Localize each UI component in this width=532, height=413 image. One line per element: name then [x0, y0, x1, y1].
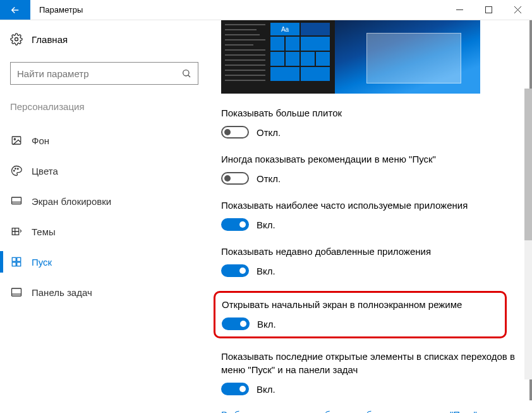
maximize-button[interactable]: [474, 0, 503, 20]
setting-label: Открывать начальный экран в полноэкранно…: [222, 298, 499, 311]
svg-point-4: [14, 139, 15, 140]
toggle-jump-lists[interactable]: [221, 383, 249, 395]
svg-rect-12: [12, 262, 16, 266]
window-title: Параметры: [30, 0, 445, 20]
sidebar-item-label: Цвета: [32, 166, 58, 176]
toggle-suggestions[interactable]: [221, 172, 249, 185]
sidebar-item-label: Темы: [32, 226, 56, 237]
setting-fullscreen-highlighted: Открывать начальный экран в полноэкранно…: [214, 291, 507, 338]
picture-icon: [10, 135, 23, 146]
toggle-most-used[interactable]: [221, 218, 249, 231]
setting-suggestions: Иногда показывать рекомендации в меню "П…: [221, 152, 519, 185]
main-content: Aa Показывать больше плиток Откл. Иногда…: [209, 20, 532, 413]
minimize-button[interactable]: [445, 0, 474, 20]
svg-rect-14: [12, 288, 21, 296]
toggle-state: Вкл.: [257, 266, 275, 276]
svg-point-7: [18, 168, 19, 170]
svg-rect-10: [12, 257, 16, 261]
toggle-state: Вкл.: [257, 384, 275, 395]
toggle-recently-added[interactable]: [221, 264, 249, 277]
toggle-state: Откл.: [257, 173, 281, 184]
lockscreen-icon: [10, 195, 23, 207]
sidebar-item-label: Панель задач: [32, 287, 92, 298]
setting-label: Показывать недавно добавленные приложени…: [221, 245, 519, 258]
setting-recently-added: Показывать недавно добавленные приложени…: [221, 245, 519, 277]
sidebar-main-label: Главная: [32, 34, 68, 45]
setting-label: Показывать наиболее часто используемые п…: [221, 199, 519, 212]
preview-tile-aa: Aa: [270, 23, 299, 35]
sidebar-item-colors[interactable]: Цвета: [10, 157, 198, 184]
toggle-fullscreen-start[interactable]: [222, 317, 250, 330]
scrollbar-thumb[interactable]: [524, 89, 532, 240]
sidebar-item-start[interactable]: Пуск: [10, 249, 198, 275]
svg-rect-8: [12, 197, 21, 204]
svg-point-1: [15, 38, 18, 41]
sidebar-item-label: Фон: [32, 135, 49, 146]
toggle-more-tiles[interactable]: [221, 126, 249, 139]
setting-most-used: Показывать наиболее часто используемые п…: [221, 199, 519, 231]
scrollbar[interactable]: [524, 89, 532, 379]
search-input[interactable]: [17, 68, 181, 79]
titlebar: Параметры: [0, 0, 532, 20]
back-button[interactable]: [0, 0, 30, 20]
setting-label: Показывать последние открытые элементы в…: [221, 350, 519, 376]
window-controls: [445, 0, 532, 20]
svg-point-2: [183, 70, 189, 76]
toggle-state: Откл.: [257, 127, 281, 138]
toggle-state: Вкл.: [257, 319, 276, 330]
setting-more-tiles: Показывать больше плиток Откл.: [221, 106, 519, 139]
sidebar: Главная Персонализация Фон Цвета Э: [0, 20, 209, 413]
close-button[interactable]: [503, 0, 532, 20]
start-icon: [10, 256, 23, 268]
setting-jump-lists: Показывать последние открытые элементы в…: [221, 350, 519, 395]
start-preview: Aa: [221, 20, 480, 94]
toggle-state: Вкл.: [257, 219, 275, 230]
palette-icon: [10, 165, 23, 176]
sidebar-item-themes[interactable]: Темы: [10, 218, 198, 245]
sidebar-item-background[interactable]: Фон: [10, 127, 198, 154]
svg-rect-13: [17, 262, 21, 266]
search-box[interactable]: [10, 62, 198, 85]
themes-icon: [10, 226, 23, 237]
taskbar-icon: [10, 287, 23, 298]
svg-rect-3: [12, 137, 21, 144]
sidebar-section-header: Персонализация: [10, 101, 198, 112]
setting-label: Показывать больше плиток: [221, 106, 519, 120]
gear-icon: [10, 33, 23, 46]
svg-point-5: [14, 170, 15, 171]
setting-label: Иногда показывать рекомендации в меню "П…: [221, 152, 519, 166]
svg-rect-11: [17, 257, 21, 261]
svg-point-6: [15, 168, 16, 170]
choose-folders-link[interactable]: Выберите, какие папки будут отображаться…: [221, 409, 519, 413]
svg-rect-0: [485, 7, 492, 13]
search-icon: [181, 68, 191, 78]
sidebar-item-lockscreen[interactable]: Экран блокировки: [10, 188, 198, 214]
sidebar-item-label: Пуск: [32, 257, 52, 268]
sidebar-main[interactable]: Главная: [10, 33, 198, 46]
sidebar-item-taskbar[interactable]: Панель задач: [10, 279, 198, 305]
sidebar-item-label: Экран блокировки: [32, 196, 111, 207]
